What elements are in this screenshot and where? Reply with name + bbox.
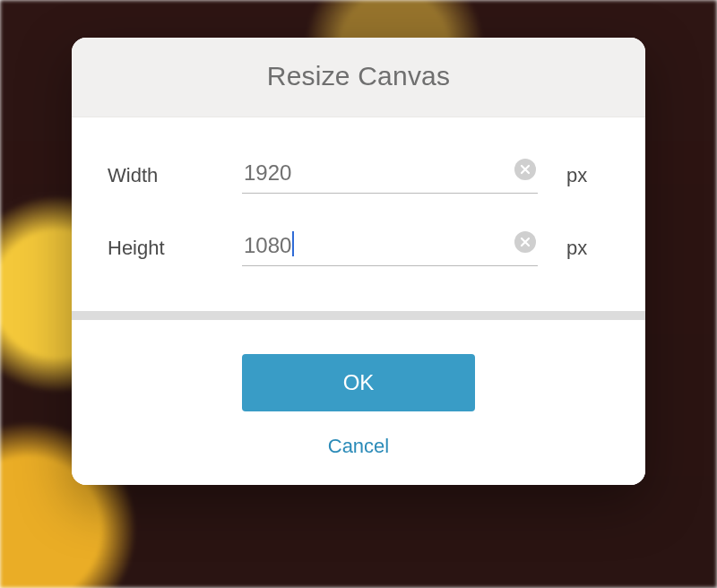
- width-input-wrap: [242, 157, 538, 194]
- width-input[interactable]: [242, 157, 538, 194]
- dialog-footer: OK Cancel: [72, 320, 645, 485]
- dialog-body: Width px Height: [72, 117, 645, 311]
- height-row: Height px: [108, 229, 609, 266]
- height-input-wrap: [242, 229, 538, 266]
- divider: [72, 311, 645, 320]
- cancel-button[interactable]: Cancel: [90, 435, 627, 458]
- height-unit: px: [566, 237, 587, 260]
- ok-button[interactable]: OK: [242, 354, 475, 411]
- width-unit: px: [566, 164, 587, 187]
- text-caret: [292, 231, 294, 256]
- height-input[interactable]: [242, 229, 538, 266]
- width-row: Width px: [108, 157, 609, 194]
- height-clear-button[interactable]: [514, 231, 536, 253]
- close-icon: [520, 164, 531, 175]
- width-clear-button[interactable]: [514, 159, 536, 180]
- close-icon: [520, 237, 531, 247]
- height-label: Height: [108, 237, 242, 260]
- dialog-title: Resize Canvas: [81, 61, 636, 91]
- dialog-header: Resize Canvas: [72, 38, 645, 117]
- width-label: Width: [108, 164, 242, 187]
- resize-canvas-dialog: Resize Canvas Width px Height: [72, 38, 645, 485]
